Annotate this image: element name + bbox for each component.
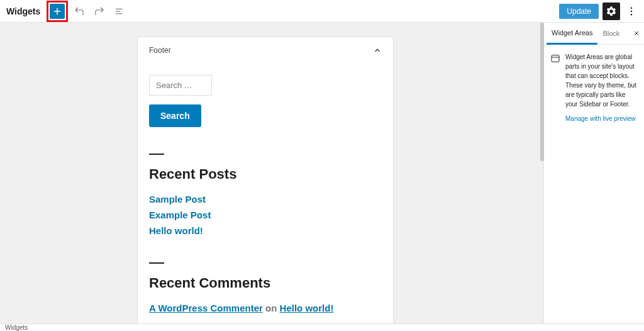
- recent-posts-heading: Recent Posts: [149, 166, 382, 182]
- main-layout: Footer Search Recent Posts Sample Post E…: [0, 23, 644, 323]
- post-link[interactable]: Example Post: [149, 210, 211, 220]
- toolbar-right: Update: [559, 3, 639, 20]
- breadcrumb[interactable]: Widgets: [5, 324, 28, 331]
- help-block: Widget Areas are global parts in your si…: [565, 52, 638, 122]
- recent-comments-heading: Recent Comments: [149, 275, 382, 291]
- redo-button[interactable]: [91, 3, 108, 20]
- tab-block[interactable]: Block: [597, 23, 625, 43]
- list-view-icon: [114, 6, 125, 17]
- layout-icon: [550, 53, 560, 122]
- settings-button[interactable]: [602, 3, 620, 20]
- top-toolbar: Widgets Update: [0, 0, 644, 23]
- tab-widget-areas[interactable]: Widget Areas: [547, 23, 597, 45]
- comment-on-text: on: [265, 303, 277, 313]
- post-link[interactable]: Sample Post: [149, 194, 206, 205]
- list-item: Hello world!: [149, 225, 382, 236]
- search-input[interactable]: [149, 75, 212, 96]
- footer-panel-title: Footer: [149, 46, 171, 55]
- scrollbar[interactable]: [540, 23, 544, 161]
- plus-icon: [52, 6, 63, 17]
- undo-icon: [74, 6, 85, 17]
- update-button[interactable]: Update: [559, 4, 599, 19]
- add-block-button[interactable]: [50, 4, 65, 19]
- footer-panel-body: Search Recent Posts Sample Post Example …: [138, 64, 393, 323]
- svg-point-7: [631, 14, 632, 15]
- settings-sidebar: Widget Areas Block Widget Areas are glob…: [543, 23, 644, 323]
- list-item: Example Post: [149, 210, 382, 220]
- options-button[interactable]: [624, 3, 639, 20]
- svg-point-5: [631, 7, 632, 8]
- chevron-up-icon: [373, 46, 382, 55]
- footer-panel-header[interactable]: Footer: [138, 37, 393, 64]
- close-sidebar-button[interactable]: [633, 30, 640, 37]
- redo-icon: [94, 6, 105, 17]
- comment-item: A WordPress Commenter on Hello world!: [149, 303, 382, 313]
- more-vertical-icon: [626, 6, 637, 17]
- post-link[interactable]: Hello world!: [149, 225, 203, 236]
- comment-author-link[interactable]: A WordPress Commenter: [149, 303, 263, 313]
- close-icon: [633, 30, 640, 37]
- svg-point-6: [631, 10, 632, 11]
- recent-posts-list: Sample Post Example Post Hello world!: [149, 194, 382, 236]
- list-view-button[interactable]: [111, 3, 128, 20]
- toolbar-left: Widgets: [5, 1, 128, 22]
- divider: [149, 154, 164, 155]
- comment-post-link[interactable]: Hello world!: [280, 303, 334, 313]
- svg-rect-10: [552, 55, 559, 62]
- bottom-breadcrumb-bar: Widgets: [0, 323, 644, 331]
- sidebar-tabs: Widget Areas Block: [544, 23, 644, 45]
- search-button[interactable]: Search: [149, 104, 201, 127]
- undo-button[interactable]: [70, 3, 88, 20]
- editor-canvas[interactable]: Footer Search Recent Posts Sample Post E…: [0, 23, 543, 323]
- live-preview-link[interactable]: Manage with live preview: [565, 115, 638, 122]
- help-text: Widget Areas are global parts in your si…: [565, 52, 638, 109]
- list-item: Sample Post: [149, 194, 382, 205]
- gear-icon: [606, 6, 617, 17]
- add-block-highlight: [47, 1, 68, 22]
- page-title: Widgets: [6, 6, 40, 16]
- footer-widget-area: Footer Search Recent Posts Sample Post E…: [137, 36, 394, 323]
- divider: [149, 262, 164, 264]
- sidebar-content: Widget Areas are global parts in your si…: [544, 45, 644, 130]
